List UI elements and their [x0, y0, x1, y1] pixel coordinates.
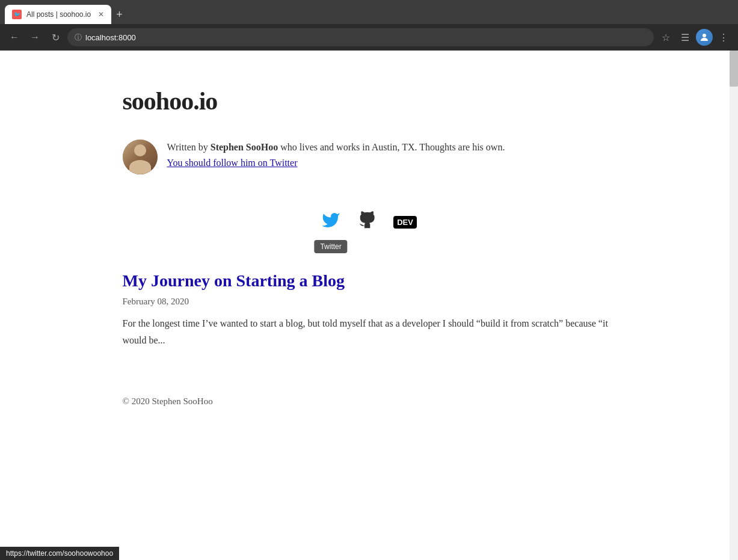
profile-avatar[interactable]	[696, 29, 713, 46]
twitter-follow-link[interactable]: You should follow him on Twitter	[167, 158, 298, 168]
scrollbar-thumb[interactable]	[730, 51, 738, 87]
github-button[interactable]	[357, 211, 377, 234]
dev-button[interactable]: DEV	[393, 216, 417, 229]
browser-toolbar: ← → ↻ ⓘ localhost:8000 ☆ ☰ ⋮	[0, 24, 738, 51]
url-text: localhost:8000	[85, 33, 136, 42]
page-content: soohoo.io Written by Stephen SooHoo who …	[111, 51, 628, 431]
author-avatar-img	[123, 140, 158, 174]
author-bio: Written by Stephen SooHoo who lives and …	[167, 140, 505, 170]
bookmark-button[interactable]: ☆	[657, 29, 674, 46]
twitter-icon	[321, 211, 340, 234]
refresh-button[interactable]: ↻	[47, 29, 64, 46]
bio-prefix: Written by	[167, 142, 211, 152]
tab-close-button[interactable]: ✕	[98, 10, 104, 19]
browser-chrome: 🐦 All posts | soohoo.io ✕ + ← → ↻ ⓘ loca…	[0, 0, 738, 51]
post-title-0[interactable]: My Journey on Starting a Blog	[123, 270, 616, 292]
svg-point-0	[703, 34, 706, 37]
toolbar-actions: ☆ ☰ ⋮	[657, 29, 732, 46]
tab-bar: 🐦 All posts | soohoo.io ✕ +	[0, 0, 738, 24]
social-icons: Twitter DEV	[123, 211, 616, 234]
tab-title: All posts | soohoo.io	[26, 10, 91, 19]
twitter-tooltip: Twitter	[314, 240, 347, 253]
scrollbar[interactable]	[730, 51, 738, 431]
menu-button[interactable]: ⋮	[715, 29, 732, 46]
lock-icon: ⓘ	[75, 32, 82, 43]
site-title: soohoo.io	[123, 87, 616, 115]
github-icon	[357, 211, 377, 234]
address-bar[interactable]: ⓘ localhost:8000	[67, 28, 654, 46]
copyright-text: © 2020 Stephen SooHoo	[123, 396, 213, 406]
twitter-icon-wrapper: Twitter	[321, 211, 340, 234]
site-footer: © 2020 Stephen SooHoo	[123, 384, 616, 407]
post-date-0: February 08, 2020	[123, 297, 616, 307]
author-avatar	[123, 140, 158, 174]
author-section: Written by Stephen SooHoo who lives and …	[123, 140, 616, 174]
dev-icon: DEV	[393, 216, 417, 229]
forward-button[interactable]: →	[26, 29, 43, 46]
back-button[interactable]: ←	[6, 29, 23, 46]
reading-list-button[interactable]: ☰	[677, 29, 693, 46]
blog-post-0: My Journey on Starting a Blog February 0…	[123, 270, 616, 348]
twitter-button[interactable]	[321, 211, 340, 234]
bio-middle: who lives and works in Austin, TX. Thoug…	[278, 142, 505, 152]
new-tab-button[interactable]: +	[111, 5, 128, 24]
author-name: Stephen SooHoo	[211, 142, 278, 152]
active-tab[interactable]: 🐦 All posts | soohoo.io ✕	[5, 5, 111, 24]
tab-favicon: 🐦	[12, 10, 22, 19]
post-excerpt-0: For the longest time I’ve wanted to star…	[123, 315, 616, 348]
